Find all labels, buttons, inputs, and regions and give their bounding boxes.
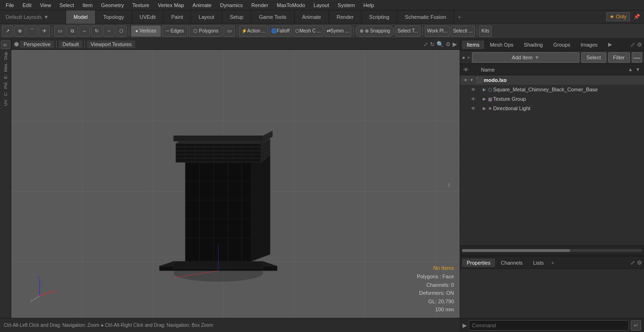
viewport-menu-icon[interactable]: ▶ [453,41,457,48]
prop-tab-properties[interactable]: Properties [462,259,495,267]
menu-system[interactable]: System [334,1,359,9]
viewport-default-tab[interactable]: Default [58,40,83,48]
eye-icon-chimney[interactable]: 👁 [470,86,477,93]
viewport-settings-icon[interactable]: ⚙ [446,41,451,48]
menu-view[interactable]: View [36,1,55,9]
toolbar-kits-btn[interactable]: Kits [479,25,492,37]
toolbar-box-btn[interactable]: ▭ [54,25,66,37]
panel-tab-images[interactable]: Images [576,40,603,49]
toolbar-polygons-btn[interactable]: ⬡ Polygons [189,25,223,37]
eye-icon-modo[interactable]: 👁 [462,76,470,84]
left-label-mesh[interactable]: Mes. [3,62,8,73]
toolbar-selectt-btn[interactable]: Select T... [395,25,421,37]
toolbar-snap-btn[interactable]: ⊕ ⊕ Snapping [355,25,394,37]
toolbar-selecti-btn[interactable]: Selecti ... [451,25,475,37]
layout-tab-setup[interactable]: Setup [222,10,251,24]
layout-tab-paint[interactable]: Paint [164,10,191,24]
toolbar-workpl-btn[interactable]: Work Pl... [425,25,450,37]
layout-pin[interactable]: 📌 [632,13,642,21]
panel-tab-groups[interactable]: Groups [548,40,575,49]
toolbar-lasso-btn[interactable]: ⌒ [26,25,38,37]
eye-icon-texture[interactable]: 👁 [470,95,477,103]
panel-tab-meshops[interactable]: Mesh Ops [485,40,518,49]
viewport-arrows-icon[interactable]: ⤢ [423,41,428,48]
viewport-canvas[interactable]: y No Items Polygons : Face Channels: 0 D… [11,50,460,318]
toolbar-shape-btn[interactable]: ▭ [223,25,235,37]
item-row-dir-light[interactable]: 👁 ▶ ☀ Directional Light [460,104,644,113]
left-label-c[interactable]: C: [3,91,8,97]
menu-maxtomodo[interactable]: MaxToModo [273,1,309,9]
panel-settings-icon[interactable]: ⚙ [637,41,642,48]
toolbar-edges-btn[interactable]: ─ Edges [162,25,188,37]
layout-tab-gametools[interactable]: Game Tools [251,10,295,24]
panel-expand-icon[interactable]: ⤢ [630,41,635,48]
layout-tab-topology[interactable]: Topology [96,10,132,24]
viewport-textures-tab[interactable]: Viewport Textures [87,40,135,48]
toolbar-copy-btn[interactable]: ⧉ [66,25,78,37]
star-only-button[interactable]: ★ Only [606,12,630,21]
toolbar-transform-btn[interactable]: ✛ [39,25,50,37]
layout-tab-render[interactable]: Render [329,10,362,24]
toolbar-symm-btn[interactable]: ⇄ Symm ... [324,25,351,37]
left-label-ext[interactable]: E: [3,74,8,80]
menu-layout[interactable]: Layout [310,1,333,9]
toolbar-rotate-btn[interactable]: ↻ [91,25,102,37]
layout-tab-uvedit[interactable]: UVEdit [132,10,164,24]
toolbar-vertices-btn[interactable]: ● Vertices [131,25,161,37]
item-row-texture-group[interactable]: 👁 ▶ ▦ Texture Group [460,94,644,104]
expand-arrow-modo[interactable]: ▼ [470,78,474,82]
menu-geometry[interactable]: Geometry [97,1,127,9]
panel-tab-shading[interactable]: Shading [519,40,547,49]
toolbar-action-btn[interactable]: ⚡ Action ... [239,25,268,37]
left-label-dup[interactable]: Dup. [3,50,8,61]
panel-plus-icon[interactable]: + [467,55,470,60]
toolbar-falloff-btn[interactable]: 🌀 Falloff [269,25,292,37]
toolbar-circle-btn[interactable]: ○ [103,25,115,37]
left-label-poly[interactable]: Pol. [3,81,8,90]
menu-vertex-map[interactable]: Vertex Map [154,1,188,9]
menu-item[interactable]: Item [79,1,96,9]
menu-animate[interactable]: Animate [189,1,215,9]
eye-icon-light[interactable]: 👁 [470,105,477,112]
menu-file[interactable]: File [2,1,18,9]
toolbar-flip-btn[interactable]: ↔ [79,25,90,37]
prop-tab-channels[interactable]: Channels [496,259,527,267]
layout-tab-layout[interactable]: Layout [191,10,222,24]
panel-tab-items[interactable]: Items [462,40,484,49]
command-submit-btn[interactable]: ↵ [631,320,641,331]
add-item-button[interactable]: Add Item ▼ [472,52,579,63]
menu-select[interactable]: Select [56,1,78,9]
layout-tab-add[interactable]: + [454,12,464,22]
layout-tab-model[interactable]: Model [66,10,96,24]
layout-tab-scripting[interactable]: Scripting [362,10,397,24]
command-input[interactable] [469,320,629,331]
toolbar-mesh-btn[interactable]: ⬡ Mesh C ... [293,25,323,37]
panel-tab-more[interactable]: ▶ [603,40,617,49]
expand-arrow-chimney[interactable]: ▶ [483,87,486,92]
expand-arrow-texture[interactable]: ▶ [483,97,486,101]
item-row-modo-lxo[interactable]: 👁 ▼ ⬛ modo.lxo [460,75,644,85]
filter-button[interactable]: Filter [608,52,630,63]
menu-help[interactable]: Help [360,1,378,9]
prop-tab-add[interactable]: + [549,260,556,266]
toolbar-globe-btn[interactable]: ⊕ [14,25,25,37]
col-icon-2[interactable]: ▼ [636,67,640,72]
expand-arrow-light[interactable]: ▶ [483,106,486,111]
items-scrollbar-thumb[interactable] [462,249,570,252]
viewport-perspective-tab[interactable]: Perspective [20,40,54,48]
left-label-uv[interactable]: UV: [3,98,8,107]
item-row-chimney[interactable]: 👁 ▶ ⬡ Square_Metal_Chimney_Black_Corner_… [460,85,644,94]
menu-render[interactable]: Render [248,1,272,9]
toolbar-shield-btn[interactable]: ⬡ [116,25,127,37]
menu-dynamics[interactable]: Dynamics [216,1,247,9]
viewport-refresh-icon[interactable]: ↻ [430,41,435,48]
toolbar-select-btn[interactable]: ↗ [2,25,13,37]
minus-button[interactable]: — [632,52,642,63]
prop-expand-icon[interactable]: ⤢ [630,259,635,266]
col-icon-1[interactable]: ▲ [628,67,633,72]
menu-edit[interactable]: Edit [19,1,35,9]
left-btn-1[interactable]: D: [1,40,10,49]
menu-texture[interactable]: Texture [129,1,153,9]
layout-selector[interactable]: Default Layouts ▼ [0,10,66,23]
prop-tab-lists[interactable]: Lists [528,259,549,267]
